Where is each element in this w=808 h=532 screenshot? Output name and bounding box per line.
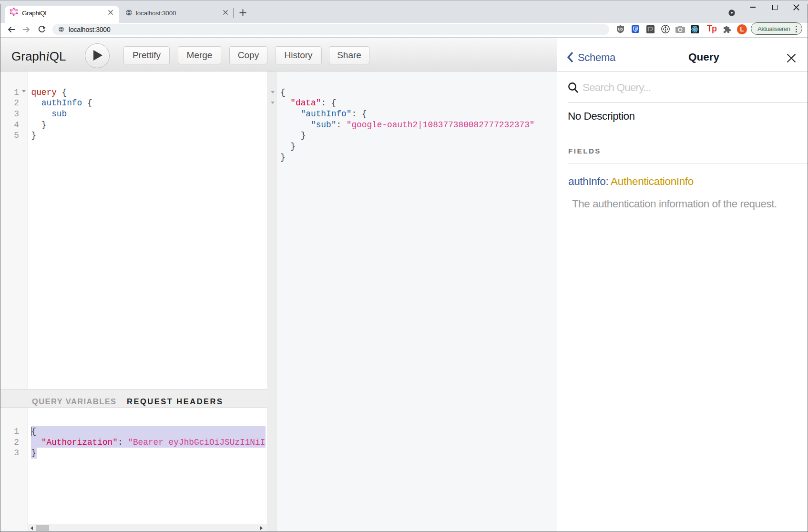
svg-text:UD: UD — [618, 28, 623, 31]
